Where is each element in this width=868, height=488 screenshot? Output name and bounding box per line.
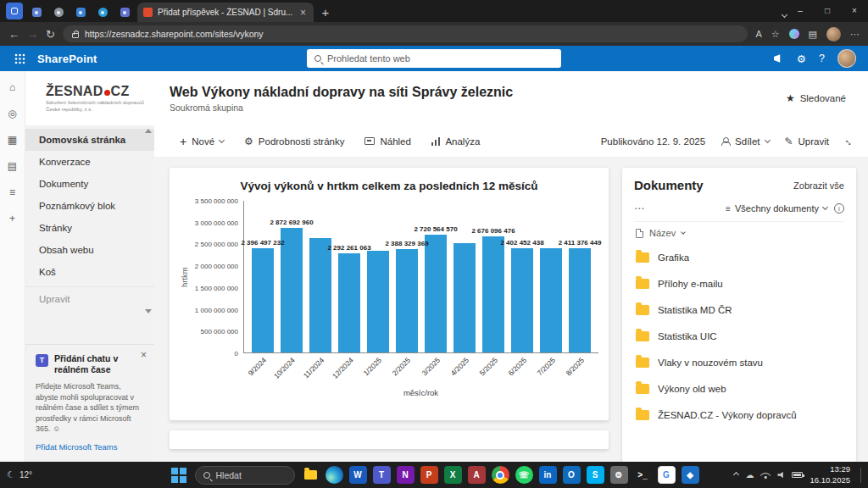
- site-search-box[interactable]: [307, 49, 561, 68]
- pinned-tab-4[interactable]: [92, 3, 114, 22]
- pencil-icon: ✎: [785, 136, 793, 147]
- favorites-star-icon[interactable]: ☆: [771, 29, 780, 40]
- taskbar-app-settings-icon[interactable]: ⚙: [610, 466, 628, 484]
- folder-row[interactable]: Statistika UIC: [634, 323, 844, 349]
- nav-scroll-up-icon[interactable]: [145, 129, 152, 133]
- start-button[interactable]: [170, 466, 188, 485]
- nav-edit-link[interactable]: Upravit: [25, 286, 154, 311]
- back-icon[interactable]: ←: [8, 28, 19, 41]
- workspace-icon[interactable]: [6, 3, 23, 19]
- favicon-icon: [143, 8, 153, 17]
- forward-icon[interactable]: →: [27, 28, 38, 41]
- volume-icon[interactable]: [777, 471, 785, 479]
- active-tab[interactable]: Přidat příspěvek - ŽESNAD | Sdru... ×: [137, 3, 314, 22]
- folder-row[interactable]: ŽESNAD.CZ - Výkony dopravců: [634, 402, 844, 428]
- close-icon[interactable]: ×: [141, 349, 147, 361]
- taskbar-search[interactable]: Hledat: [195, 466, 295, 485]
- taskbar-app-skype-icon[interactable]: S: [587, 466, 604, 484]
- sidebar-item[interactable]: Stránky: [25, 217, 154, 239]
- analytics-button[interactable]: Analýza: [431, 136, 480, 147]
- sidebar-item[interactable]: Domovská stránka: [25, 129, 154, 151]
- share-button[interactable]: Sdílet: [721, 136, 769, 147]
- folder-row[interactable]: Přílohy e-mailu: [634, 270, 844, 297]
- pinned-tab-3[interactable]: [70, 3, 92, 22]
- nav-scroll-down-icon[interactable]: [145, 309, 152, 313]
- app-launcher-waffle-icon[interactable]: [8, 47, 31, 69]
- site-logo[interactable]: ŽESNADCZ Sdružení železničních nákladníc…: [25, 84, 154, 113]
- refresh-icon[interactable]: ↻: [46, 28, 55, 41]
- taskbar-app-photos-icon[interactable]: ◆: [682, 466, 699, 484]
- documents-icon[interactable]: ▤: [8, 160, 17, 172]
- sidebar-item[interactable]: Dokumenty: [25, 173, 154, 195]
- folder-row[interactable]: Výkony old web: [634, 375, 844, 402]
- pinned-tab-2[interactable]: [47, 3, 70, 22]
- help-icon[interactable]: ?: [819, 53, 825, 64]
- sidebar-item[interactable]: Poznámkový blok: [25, 195, 154, 217]
- sidebar-item[interactable]: Koš: [25, 261, 154, 283]
- my-sites-icon[interactable]: ▦: [8, 134, 17, 146]
- taskbar-app-excel-icon[interactable]: X: [444, 466, 462, 484]
- home-icon[interactable]: ⌂: [9, 81, 15, 93]
- folder-icon: [636, 252, 649, 263]
- browser-more-icon[interactable]: ⋯: [850, 29, 860, 40]
- edit-button[interactable]: ✎Upravit: [785, 136, 830, 147]
- preview-button[interactable]: Náhled: [364, 136, 410, 147]
- search-input[interactable]: [327, 53, 554, 64]
- see-all-link[interactable]: Zobrazit vše: [793, 180, 844, 191]
- taskbar-app-linkedin-icon[interactable]: in: [539, 466, 557, 484]
- announcements-icon[interactable]: [774, 54, 784, 64]
- copilot-icon[interactable]: [789, 29, 799, 39]
- new-button[interactable]: +Nové: [180, 136, 224, 147]
- new-tab-button[interactable]: +: [315, 3, 336, 22]
- create-icon[interactable]: +: [9, 213, 15, 225]
- taskbar-app-terminal-icon[interactable]: >_: [634, 466, 652, 484]
- expand-button[interactable]: ↔: [844, 136, 854, 147]
- sharepoint-brand[interactable]: SharePoint: [37, 53, 97, 65]
- sidebar-item[interactable]: Obsah webu: [25, 239, 154, 261]
- documents-webpart: Dokumenty Zobrazit vše ⋯ ≡ Všechny dokum…: [622, 168, 856, 462]
- url-bar[interactable]: https://zesnadcz.sharepoint.com/sites/vy…: [63, 25, 748, 42]
- view-selector[interactable]: ≡ Všechny dokumenty: [726, 203, 827, 214]
- taskbar-app-access-icon[interactable]: A: [468, 466, 486, 484]
- tray-chevron-up-icon[interactable]: [733, 472, 739, 478]
- taskbar-app-outlook-icon[interactable]: O: [563, 466, 581, 484]
- account-avatar[interactable]: [837, 49, 856, 68]
- pinned-tab-1[interactable]: [25, 3, 47, 22]
- close-tab-icon[interactable]: ×: [298, 7, 308, 19]
- taskbar-app-powerpoint-icon[interactable]: P: [420, 466, 438, 484]
- globe-icon[interactable]: ◎: [8, 108, 16, 119]
- add-teams-link[interactable]: Přidat Microsoft Teams: [36, 442, 144, 452]
- folder-row[interactable]: Vlaky v nouzovém stavu: [634, 349, 844, 375]
- more-icon[interactable]: ⋯: [634, 202, 645, 214]
- onedrive-cloud-icon[interactable]: ☁: [745, 470, 754, 480]
- taskbar-app-teams-icon[interactable]: T: [373, 466, 391, 484]
- browser-profile-avatar[interactable]: [826, 27, 841, 42]
- taskbar-clock[interactable]: 13:29 16.10.2025: [810, 464, 850, 485]
- minimize-icon[interactable]: –: [787, 0, 814, 20]
- sidebar-item[interactable]: Konverzace: [25, 151, 154, 173]
- weather-widget[interactable]: ☾ 12°: [7, 469, 32, 480]
- taskbar-app-onenote-icon[interactable]: N: [397, 466, 415, 484]
- pinned-tab-5[interactable]: [114, 3, 136, 22]
- taskbar-app-whatsapp-icon[interactable]: ☏: [515, 466, 533, 484]
- page-details-button[interactable]: ⚙Podrobnosti stránky: [244, 136, 344, 147]
- taskbar-app-file-explorer-icon[interactable]: [302, 466, 320, 484]
- follow-button[interactable]: ★ Sledované: [786, 92, 846, 104]
- taskbar-app-chrome-icon[interactable]: [492, 466, 509, 484]
- info-icon[interactable]: i: [834, 203, 844, 214]
- folder-row[interactable]: Statistika MD ČR: [634, 297, 844, 323]
- taskbar-app-edge-icon[interactable]: [326, 466, 343, 484]
- read-aloud-icon[interactable]: A: [755, 29, 761, 39]
- maximize-icon[interactable]: □: [814, 0, 841, 20]
- show-desktop-button[interactable]: [860, 468, 863, 483]
- close-window-icon[interactable]: ×: [841, 0, 868, 20]
- taskbar-app-google-icon[interactable]: G: [658, 466, 676, 484]
- taskbar-app-word-icon[interactable]: W: [349, 466, 367, 484]
- battery-icon[interactable]: [792, 472, 803, 478]
- collections-icon[interactable]: ▤: [809, 29, 817, 40]
- lists-icon[interactable]: ≡: [9, 186, 15, 198]
- settings-gear-icon[interactable]: ⚙: [797, 53, 806, 65]
- column-header-name[interactable]: Název: [634, 222, 844, 244]
- folder-row[interactable]: Grafika: [634, 244, 844, 270]
- wifi-icon[interactable]: [760, 472, 771, 479]
